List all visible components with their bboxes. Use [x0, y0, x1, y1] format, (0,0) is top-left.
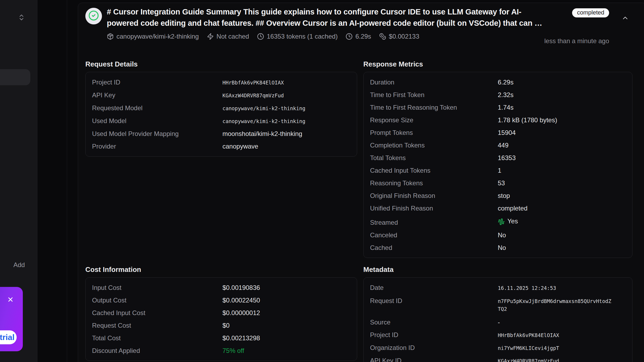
kv-row: Used Modelcanopywave/kimi-k2-thinking — [92, 114, 350, 127]
kv-value: canopywave/kimi-k2-thinking — [222, 105, 305, 112]
kv-value: n7FPu5pKxwJjBrdBM6drwmaxsn85QUrvHtodZTQ2 — [498, 297, 613, 313]
kv-label: Time to First Token — [370, 92, 498, 98]
clock-icon — [346, 33, 353, 40]
section-cost-information: Cost InformationInput Cost$0.00190836Out… — [85, 265, 357, 361]
kv-row: Prompt Tokens15904 — [370, 126, 626, 139]
kv-value: - — [498, 319, 500, 326]
kv-row: Completion Tokens449 — [370, 139, 626, 152]
kv-label: Used Model — [92, 118, 222, 124]
kv-label: Organization ID — [370, 345, 498, 351]
kv-row: Date16.11.2025 12:24:53 — [370, 281, 626, 294]
kv-row: StreamedYes — [370, 215, 626, 229]
kv-value: 16.11.2025 12:24:53 — [498, 285, 556, 291]
kv-label: Requested Model — [92, 105, 222, 111]
sidebar-active-item[interactable] — [0, 69, 30, 85]
kv-row: Discount Applied75% off — [92, 344, 350, 357]
kv-value: HHrBbfAk6vPK84ElOIAX — [498, 332, 559, 338]
chevrons-up-down-icon[interactable] — [18, 14, 25, 21]
kv-value: $0.00190836 — [222, 285, 260, 291]
kv-value: No — [498, 232, 506, 238]
kv-row: Source- — [370, 316, 626, 328]
kv-row: CachedNo — [370, 241, 626, 254]
kv-label: API Key — [92, 92, 222, 98]
kv-label: Total Cost — [92, 335, 222, 341]
stat-coins-4: $0.002133 — [379, 33, 419, 40]
section-title: Cost Information — [85, 265, 357, 274]
kv-label: Provider — [92, 143, 222, 150]
section-title: Metadata — [363, 265, 632, 274]
close-icon[interactable] — [7, 296, 14, 303]
kv-label: Cached — [370, 245, 498, 251]
kv-value: 1.78 kB (1780 bytes) — [498, 117, 557, 123]
log-detail-sections: Request DetailsProject IDHHrBbfAk6vPK84E… — [85, 60, 639, 362]
kv-value: 2.32s — [498, 92, 514, 98]
kv-row: Unified Finish Reasoncompleted — [370, 202, 626, 215]
add-button[interactable]: Add — [13, 261, 25, 269]
kv-label: Used Model Provider Mapping — [92, 131, 222, 137]
kv-value: 16353 — [498, 155, 516, 161]
kv-value: No — [498, 245, 506, 251]
kv-row: Project IDHHrBbfAk6vPK84ElOIAX — [370, 328, 626, 341]
kv-value: $0.00022450 — [222, 297, 260, 304]
kv-value: KGAxzW4DRVR87qmVzFud — [222, 92, 284, 99]
kv-value: 15904 — [498, 130, 516, 136]
kv-row: Original Finish Reasonstop — [370, 189, 626, 202]
kv-row: API KeyKGAxzW4DRVR87qmVzFud — [92, 89, 350, 102]
stat-package-0: canopywave/kimi-k2-thinking — [107, 33, 199, 40]
log-detail-card: # Cursor Integration Guide Summary This … — [78, 3, 644, 362]
kv-row: Time to First Reasoning Token1.74s — [370, 101, 626, 114]
stat-clock-2: 16353 tokens (1 cached) — [257, 33, 338, 40]
kv-value: canopywave/kimi-k2-thinking — [222, 118, 305, 124]
stat-text: 16353 tokens (1 cached) — [267, 33, 338, 40]
kv-value: KGAxzW4DRVR87qmVzFud — [498, 358, 559, 362]
kv-label: Date — [370, 285, 498, 291]
trial-button[interactable]: trial — [0, 330, 17, 344]
kv-label: Output Cost — [92, 297, 222, 304]
kv-label: Project ID — [370, 332, 498, 338]
kv-value: canopywave — [222, 143, 258, 150]
request-details-panel: Project IDHHrBbfAk6vPK84ElOIAXAPI KeyKGA… — [85, 72, 357, 157]
kv-row: Total Cost$0.00213298 — [92, 332, 350, 344]
kv-value: moonshotai/kimi-k2-thinking — [222, 131, 302, 137]
request-title: # Cursor Integration Guide Summary This … — [107, 6, 544, 29]
kv-row: Organization IDni7YwFM6KLICevi4jgpT — [370, 341, 626, 354]
kv-row: Cached Input Cost$0.00000012 — [92, 306, 350, 319]
package-icon — [107, 33, 114, 40]
chevron-up-icon[interactable] — [621, 14, 629, 22]
kv-label: Streamed — [370, 219, 498, 226]
kv-label: Prompt Tokens — [370, 130, 498, 136]
section-request-details: Request DetailsProject IDHHrBbfAk6vPK84E… — [85, 60, 357, 157]
kv-row: Total Tokens16353 — [370, 152, 626, 164]
kv-row: API Key IDKGAxzW4DRVR87qmVzFud — [370, 354, 626, 362]
status-icon-circle — [85, 8, 102, 24]
section-title: Request Details — [85, 60, 357, 68]
kv-value: HHrBbfAk6vPK84ElOIAX — [222, 79, 284, 86]
zap-icon — [207, 33, 214, 40]
kv-label: Total Tokens — [370, 155, 498, 161]
log-row-header[interactable]: # Cursor Integration Guide Summary This … — [85, 8, 639, 45]
sidebar: Add trial — [0, 0, 38, 362]
kv-value: Yes — [498, 218, 518, 225]
cost-information-panel: Input Cost$0.00190836Output Cost$0.00022… — [85, 277, 357, 361]
kv-label: API Key ID — [370, 357, 498, 362]
kv-value: 1 — [498, 167, 501, 174]
kv-value: 53 — [498, 180, 505, 186]
stat-clock-3: 6.29s — [346, 33, 371, 40]
kv-row: Output Cost$0.00022450 — [92, 294, 350, 306]
kv-label: Source — [370, 319, 498, 326]
clock-icon — [257, 33, 264, 40]
kv-value: $0 — [222, 322, 230, 329]
kv-row: Request Cost$0 — [92, 319, 350, 332]
response-metrics-panel: Duration6.29sTime to First Token2.32sTim… — [363, 72, 632, 258]
kv-row: Duration6.29s — [370, 76, 626, 88]
kv-label: Time to First Reasoning Token — [370, 104, 498, 111]
status-badge: completed — [572, 8, 609, 17]
kv-value: ni7YwFM6KLICevi4jgpT — [498, 345, 559, 351]
kv-value: 449 — [498, 142, 508, 149]
kv-value: $0.00213298 — [222, 335, 260, 341]
kv-label: Unified Finish Reason — [370, 205, 498, 212]
kv-value: 1.74s — [498, 104, 514, 111]
kv-row: Cached Input Tokens1 — [370, 164, 626, 177]
kv-value-text: Yes — [507, 218, 518, 224]
kv-label: Completion Tokens — [370, 142, 498, 149]
